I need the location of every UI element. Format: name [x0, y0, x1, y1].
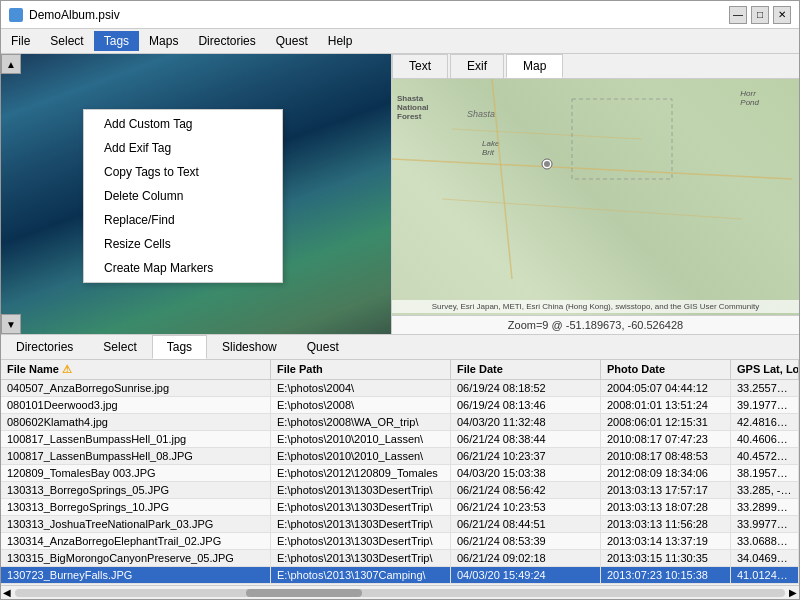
table-cell: 38.1957839997, -: [731, 465, 799, 481]
table-cell: 2013:03:13 18:07:28: [601, 499, 731, 515]
col-gps[interactable]: GPS Lat, Long: [731, 360, 799, 379]
scroll-thumb[interactable]: [246, 589, 362, 597]
table-cell: 33.9977777778, -: [731, 516, 799, 532]
top-section: ▲ ▼ Text Exif Map ShastaNationalForest S…: [1, 54, 799, 334]
table-cell: 130723_BurneyFalls.JPG: [1, 567, 271, 583]
svg-line-2: [452, 129, 642, 139]
table-row[interactable]: 080602Klamath4.jpgE:\photos\2008\WA_OR_t…: [1, 414, 799, 431]
tab-quest[interactable]: Quest: [292, 335, 354, 359]
table-header: File Name ⚠ File Path File Date Photo Da…: [1, 360, 799, 380]
table-cell: 2010:08:17 08:48:53: [601, 448, 731, 464]
table-row[interactable]: 130313_BorregoSprings_10.JPGE:\photos\20…: [1, 499, 799, 516]
title-bar-left: DemoAlbum.psiv: [9, 8, 120, 22]
menu-help[interactable]: Help: [318, 31, 363, 51]
table-cell: 080101Deerwood3.jpg: [1, 397, 271, 413]
table-row[interactable]: 130314_AnzaBorregoElephantTrail_02.JPGE:…: [1, 533, 799, 550]
menu-copy-tags-to-text[interactable]: Copy Tags to Text: [84, 160, 282, 184]
table-row[interactable]: 120809_TomalesBay 003.JPGE:\photos\2012\…: [1, 465, 799, 482]
menu-add-custom-tag[interactable]: Add Custom Tag: [84, 112, 282, 136]
tab-tags[interactable]: Tags: [152, 335, 207, 359]
table-cell: 130313_BorregoSprings_10.JPG: [1, 499, 271, 515]
close-button[interactable]: ✕: [773, 6, 791, 24]
menu-resize-cells[interactable]: Resize Cells: [84, 232, 282, 256]
tags-dropdown-menu: Add Custom Tag Add Exif Tag Copy Tags to…: [83, 109, 283, 283]
warning-col-icon: ⚠: [62, 363, 72, 375]
scroll-left-btn[interactable]: ◀: [3, 587, 11, 598]
table-cell: 2008:01:01 13:51:24: [601, 397, 731, 413]
table-cell: E:\photos\2013\1303DesertTrip\: [271, 533, 451, 549]
minimize-button[interactable]: —: [729, 6, 747, 24]
tab-directories[interactable]: Directories: [1, 335, 88, 359]
map-area: ShastaNationalForest Shasta HorrPond Lak…: [392, 79, 799, 315]
main-content: ▲ ▼ Text Exif Map ShastaNationalForest S…: [1, 54, 799, 599]
col-filename[interactable]: File Name ⚠: [1, 360, 271, 379]
table-cell: E:\photos\2013\1303DesertTrip\: [271, 550, 451, 566]
table-cell: 41.01247, -121.65: [731, 567, 799, 583]
table-cell: 06/21/24 10:23:53: [451, 499, 601, 515]
table-cell: 2013:07:23 10:15:38: [601, 567, 731, 583]
table-cell: 100817_LassenBumpassHell_08.JPG: [1, 448, 271, 464]
maximize-button[interactable]: □: [751, 6, 769, 24]
tab-slideshow[interactable]: Slideshow: [207, 335, 292, 359]
title-bar-controls: — □ ✕: [729, 6, 791, 24]
bottom-tab-bar: Directories Select Tags Slideshow Quest: [1, 334, 799, 360]
table-cell: E:\photos\2008\: [271, 397, 451, 413]
table-row[interactable]: 130315_BigMorongoCanyonPreserve_05.JPGE:…: [1, 550, 799, 567]
table-row[interactable]: 040507_AnzaBorregoSunrise.jpgE:\photos\2…: [1, 380, 799, 397]
scroll-right-btn[interactable]: ▶: [789, 587, 797, 598]
menu-replace-find[interactable]: Replace/Find: [84, 208, 282, 232]
svg-point-6: [544, 161, 550, 167]
col-filepath[interactable]: File Path: [271, 360, 451, 379]
svg-line-3: [442, 199, 742, 219]
table-cell: E:\photos\2010\2010_Lassen\: [271, 448, 451, 464]
scroll-up-arrow[interactable]: ▲: [1, 54, 21, 74]
table-cell: 06/21/24 08:38:44: [451, 431, 601, 447]
menu-add-exif-tag[interactable]: Add Exif Tag: [84, 136, 282, 160]
map-label-shasta: Shasta: [467, 109, 495, 119]
table-cell: E:\photos\2012\120809_Tomales: [271, 465, 451, 481]
table-cell: 130315_BigMorongoCanyonPreserve_05.JPG: [1, 550, 271, 566]
menu-directories[interactable]: Directories: [188, 31, 265, 51]
table-cell: 06/21/24 08:53:39: [451, 533, 601, 549]
tab-map[interactable]: Map: [506, 54, 563, 78]
menu-create-map-markers[interactable]: Create Map Markers: [84, 256, 282, 280]
col-filedate[interactable]: File Date: [451, 360, 601, 379]
table-cell: 04/03/20 15:03:38: [451, 465, 601, 481]
table-row[interactable]: 130313_JoshuaTreeNationalPark_03.JPGE:\p…: [1, 516, 799, 533]
tab-text[interactable]: Text: [392, 54, 448, 78]
menu-tags[interactable]: Tags: [94, 31, 139, 51]
table-body: 040507_AnzaBorregoSunrise.jpgE:\photos\2…: [1, 380, 799, 585]
scroll-track[interactable]: [15, 589, 785, 597]
svg-rect-4: [572, 99, 672, 179]
menu-maps[interactable]: Maps: [139, 31, 188, 51]
table-cell: 130313_JoshuaTreeNationalPark_03.JPG: [1, 516, 271, 532]
tab-exif[interactable]: Exif: [450, 54, 504, 78]
col-photodate[interactable]: Photo Date: [601, 360, 731, 379]
horizontal-scrollbar[interactable]: ◀ ▶: [1, 585, 799, 599]
table-row[interactable]: 100817_LassenBumpassHell_08.JPGE:\photos…: [1, 448, 799, 465]
table-cell: 06/21/24 10:23:37: [451, 448, 601, 464]
svg-line-0: [392, 159, 792, 179]
table-cell: 2013:03:14 13:37:19: [601, 533, 731, 549]
table-cell: 2010:08:17 07:47:23: [601, 431, 731, 447]
table-cell: E:\photos\2013\1303DesertTrip\: [271, 516, 451, 532]
scroll-down-arrow[interactable]: ▼: [1, 314, 21, 334]
top-tab-bar: Text Exif Map: [392, 54, 799, 79]
table-row[interactable]: 130723_BurneyFalls.JPGE:\photos\2013\130…: [1, 567, 799, 584]
table-cell: 06/21/24 08:44:51: [451, 516, 601, 532]
menu-select[interactable]: Select: [40, 31, 93, 51]
table-row[interactable]: 130313_BorregoSprings_05.JPGE:\photos\20…: [1, 482, 799, 499]
menu-file[interactable]: File: [1, 31, 40, 51]
table-row[interactable]: 100817_LassenBumpassHell_01.jpgE:\photos…: [1, 431, 799, 448]
table-cell: E:\photos\2013\1303DesertTrip\: [271, 499, 451, 515]
table-row[interactable]: 080101Deerwood3.jpgE:\photos\2008\06/19/…: [1, 397, 799, 414]
table-cell: 33.2899999999, -1: [731, 499, 799, 515]
table-cell: E:\photos\2013\1303DesertTrip\: [271, 482, 451, 498]
tab-select[interactable]: Select: [88, 335, 151, 359]
table-cell: 2013:03:15 11:30:35: [601, 550, 731, 566]
menu-delete-column[interactable]: Delete Column: [84, 184, 282, 208]
menu-quest[interactable]: Quest: [266, 31, 318, 51]
table-cell: 40.457271, -121.5: [731, 448, 799, 464]
table-cell: 100817_LassenBumpassHell_01.jpg: [1, 431, 271, 447]
table-cell: 34.0469444444, -: [731, 550, 799, 566]
